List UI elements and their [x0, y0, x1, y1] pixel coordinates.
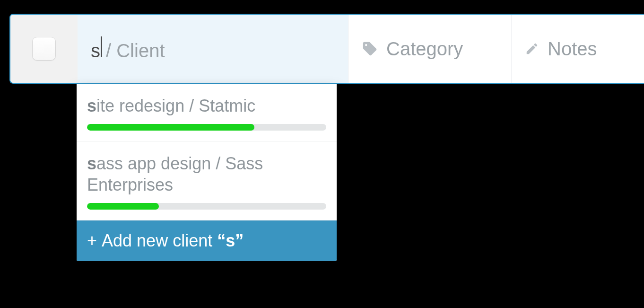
match-highlight: s [87, 96, 96, 115]
entry-row: s / Client Category Notes [9, 14, 644, 84]
add-new-client-button[interactable]: + Add new client “s” [77, 220, 337, 261]
add-new-client-query: “s” [217, 231, 244, 251]
match-highlight: s [87, 154, 96, 173]
text-cursor [101, 36, 102, 57]
client-field[interactable]: s / Client [78, 15, 348, 83]
progress-bar-fill [87, 124, 254, 131]
checkbox-cell [10, 15, 78, 83]
autocomplete-item-title: site redesign / Statmic [87, 95, 326, 116]
client-placeholder: / Client [106, 40, 165, 62]
autocomplete-dropdown: site redesign / Statmicsass app design /… [77, 84, 337, 261]
category-label: Category [386, 38, 463, 60]
autocomplete-item[interactable]: sass app design / Sass Enterprises [77, 141, 337, 220]
add-new-client-label: Add new client [102, 231, 212, 251]
pencil-icon [525, 42, 539, 56]
category-field[interactable]: Category [348, 15, 512, 83]
client-typed-text: s [91, 40, 100, 62]
progress-bar [87, 203, 326, 210]
client-input[interactable]: s / Client [91, 36, 165, 62]
notes-label: Notes [548, 38, 597, 60]
plus-icon: + [87, 231, 97, 251]
progress-bar [87, 124, 326, 131]
row-checkbox[interactable] [32, 37, 56, 61]
tag-icon [362, 41, 378, 57]
progress-bar-fill [87, 203, 159, 210]
notes-field[interactable]: Notes [512, 15, 644, 83]
autocomplete-item-title: sass app design / Sass Enterprises [87, 153, 326, 195]
autocomplete-item[interactable]: site redesign / Statmic [77, 84, 337, 141]
